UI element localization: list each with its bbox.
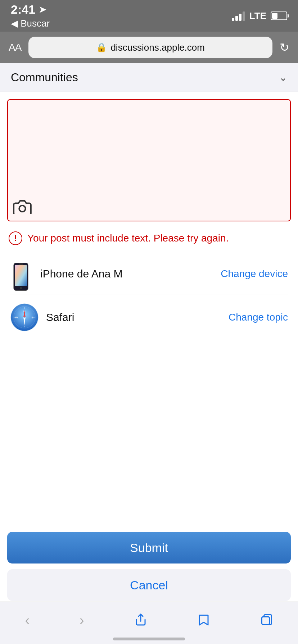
communities-title: Communities [11,71,78,84]
status-right: LTE [232,10,287,22]
url-text: discussions.apple.com [110,42,205,53]
topic-name: Safari [46,311,221,323]
signal-bar-1 [232,18,234,21]
tabs-icon [260,613,273,628]
submit-area: Submit Cancel [0,532,298,601]
status-left: 2:41 ➤ ◀ Buscar [11,3,50,29]
device-row: iPhone de Ana M Change device [0,254,298,294]
address-bar: AA 🔒 discussions.apple.com ↻ [0,32,298,63]
battery-fill [272,13,277,19]
device-name: iPhone de Ana M [40,268,213,280]
camera-icon [13,198,32,214]
aa-button[interactable]: AA [9,42,21,53]
communities-header[interactable]: Communities ⌄ [0,63,298,92]
signal-bar-3 [239,14,241,21]
share-button[interactable] [131,610,151,632]
back-label[interactable]: ◀ Buscar [11,18,50,29]
signal-bar-2 [235,16,238,21]
textarea-section [0,92,298,223]
status-bar: 2:41 ➤ ◀ Buscar LTE [0,0,298,32]
location-icon: ➤ [39,5,46,15]
signal-bar-4 [243,12,245,21]
camera-icon-area[interactable] [13,198,32,216]
lte-label: LTE [249,10,266,22]
refresh-button[interactable]: ↻ [280,41,289,54]
svg-rect-4 [19,263,23,264]
tabs-button[interactable] [257,610,277,632]
change-topic-link[interactable]: Change topic [229,312,288,323]
cancel-button[interactable]: Cancel [7,569,291,601]
signal-bars [232,11,245,21]
lock-icon: 🔒 [96,42,107,52]
bookmarks-icon [197,613,210,628]
post-textarea[interactable] [7,99,291,221]
svg-text:E: E [31,316,33,319]
url-bar[interactable]: 🔒 discussions.apple.com [28,37,272,58]
home-indicator [113,638,185,640]
chevron-down-icon: ⌄ [279,72,287,83]
textarea-wrapper [7,99,291,223]
battery-icon [271,12,287,20]
error-message: ! Your post must include text. Please tr… [0,223,298,254]
status-time: 2:41 ➤ [11,3,50,17]
change-device-link[interactable]: Change device [221,268,288,280]
error-icon: ! [9,231,22,245]
bookmarks-button[interactable] [194,610,214,632]
share-icon [134,613,147,628]
safari-icon: N S E W [10,303,39,332]
error-text: Your post must include text. Please try … [27,233,229,244]
back-button[interactable]: ‹ [21,609,33,632]
svg-text:W: W [15,316,18,319]
svg-rect-19 [262,617,269,624]
svg-point-0 [19,206,25,212]
forward-button[interactable]: › [76,609,88,632]
svg-rect-3 [15,265,27,286]
svg-point-5 [20,287,22,289]
iphone-icon [10,262,33,285]
submit-button[interactable]: Submit [7,532,291,564]
topic-row: N S E W Safari Change topic [0,294,298,340]
